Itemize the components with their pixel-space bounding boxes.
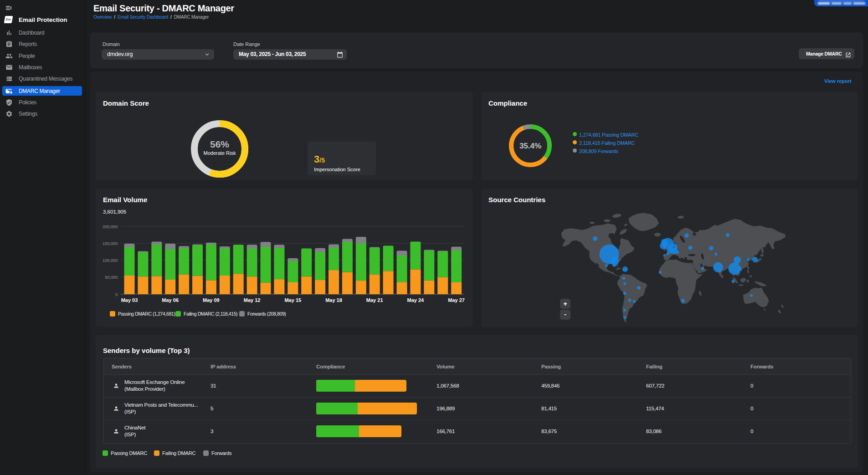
svg-text:100,000: 100,000 [103, 258, 118, 263]
svg-text:May 27: May 27 [448, 297, 465, 303]
svg-text:May 24: May 24 [407, 297, 425, 303]
svg-text:May 09: May 09 [203, 297, 220, 303]
svg-text:May 03: May 03 [121, 297, 138, 303]
svg-text:May 12: May 12 [244, 297, 261, 303]
svg-text:200,000: 200,000 [103, 224, 118, 229]
svg-text:May 15: May 15 [284, 297, 301, 303]
svg-text:0: 0 [115, 292, 118, 297]
svg-text:May 21: May 21 [366, 297, 383, 303]
svg-text:May 18: May 18 [325, 297, 342, 303]
svg-text:May 06: May 06 [162, 297, 179, 303]
svg-text:50,000: 50,000 [105, 275, 118, 280]
svg-text:150,000: 150,000 [103, 241, 118, 246]
